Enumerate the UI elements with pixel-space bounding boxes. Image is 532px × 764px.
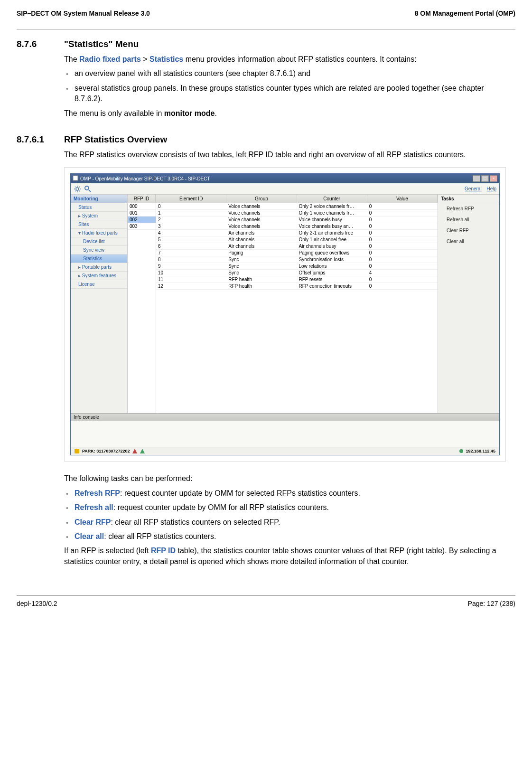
sidebar-item-radio-fixed-parts[interactable]: Radio fixed parts — [71, 229, 127, 237]
column-header[interactable]: Value — [367, 195, 438, 203]
column-header[interactable]: Group — [226, 195, 297, 203]
status-park: PARK: 31170307272202 — [82, 449, 130, 453]
table-row[interactable]: 1Voice channelsOnly 1 voice channels fr…… — [156, 210, 438, 217]
search-icon[interactable] — [84, 185, 92, 193]
screenshot-container: OMP - OpenMobility Manager SIP-DECT 3.0R… — [64, 167, 506, 462]
task-clear-all[interactable]: Clear all — [438, 236, 499, 247]
sidebar-item-system[interactable]: System — [71, 212, 127, 220]
table-row[interactable]: 4Air channelsOnly 2-1 air channels free0 — [156, 230, 438, 236]
table-row[interactable]: 6Air channelsAir channels busy0 — [156, 243, 438, 250]
table-row[interactable]: 0Voice channelsOnly 2 voice channels fr…… — [156, 203, 438, 210]
status-ip: 192.168.112.45 — [466, 449, 495, 453]
toolbar-link-help[interactable]: Help — [486, 186, 496, 191]
table-cell: Only 1 air channel free — [297, 236, 367, 243]
sidebar-item-status[interactable]: Status — [71, 203, 127, 212]
gear-icon[interactable] — [74, 185, 81, 193]
subsection-number: 8.7.6.1 — [17, 134, 64, 145]
list-item: Clear all: clear all RFP statistics coun… — [64, 531, 506, 542]
link-rfp-id: RFP ID — [151, 547, 176, 555]
window-titlebar: OMP - OpenMobility Manager SIP-DECT 3.0R… — [71, 174, 499, 183]
info-console: Info console — [71, 413, 499, 447]
sidebar-item-statistics[interactable]: Statistics — [71, 255, 127, 263]
table-row[interactable]: 2Voice channelsVoice channels busy0 — [156, 217, 438, 223]
svg-line-3 — [89, 190, 91, 192]
list-item: Clear RFP: clear all RFP statistics coun… — [64, 517, 506, 528]
maximize-button[interactable]: □ — [481, 175, 489, 182]
table-row[interactable]: 8SyncSynchronisation losts0 — [156, 256, 438, 263]
table-cell: 0 — [367, 256, 438, 263]
tasks-panel: Tasks Refresh RFPRefresh allClear RFPCle… — [438, 195, 499, 413]
table-cell: Sync — [226, 256, 297, 263]
rfp-id-header[interactable]: RFP ID — [128, 195, 156, 203]
table-cell: Air channels — [226, 230, 297, 236]
table-cell: Only 2 voice channels fr… — [297, 203, 367, 209]
table-cell: 0 — [156, 203, 226, 209]
table-cell: RFP resets — [297, 276, 367, 283]
svg-rect-0 — [73, 176, 78, 180]
connection-icon — [459, 449, 464, 453]
table-cell: Voice channels — [226, 217, 297, 223]
toolbar-link-general[interactable]: General — [465, 186, 482, 191]
footer-divider — [17, 595, 515, 596]
app-window: OMP - OpenMobility Manager SIP-DECT 3.0R… — [70, 173, 500, 455]
sidebar-header: Monitoring — [71, 195, 127, 203]
task-clear-rfp[interactable]: Clear RFP — [438, 225, 499, 236]
sidebar-item-device-list[interactable]: Device list — [71, 237, 127, 246]
table-cell: 0 — [367, 263, 438, 269]
table-cell: 2 — [156, 217, 226, 223]
table-row[interactable]: 7PagingPaging queue overflows0 — [156, 250, 438, 256]
intro-paragraph: The Radio fixed parts > Statistics menu … — [64, 54, 506, 65]
table-cell: 5 — [156, 236, 226, 243]
link-statistics: Statistics — [149, 55, 183, 63]
table-row[interactable]: 3Voice channelsVoice channels busy an…0 — [156, 223, 438, 230]
column-header[interactable]: Element ID — [156, 195, 226, 203]
info-console-header: Info console — [71, 414, 499, 421]
table-cell: Only 1 voice channels fr… — [297, 210, 367, 216]
flag-b-icon — [140, 449, 145, 453]
table-cell: 9 — [156, 263, 226, 269]
rfp-id-row[interactable]: 003 — [128, 223, 156, 230]
table-cell: 1 — [156, 210, 226, 216]
table-cell: Sync — [226, 270, 297, 276]
header-right: 8 OM Management Portal (OMP) — [415, 9, 515, 17]
svg-rect-4 — [75, 449, 79, 453]
subsection-title: RFP Statistics Overview — [64, 134, 167, 145]
table-cell: 0 — [367, 223, 438, 229]
task-refresh-rfp[interactable]: Refresh RFP — [438, 203, 499, 214]
svg-point-5 — [459, 449, 463, 453]
table-row[interactable]: 5Air channelsOnly 1 air channel free0 — [156, 236, 438, 243]
table-cell: Voice channels — [226, 210, 297, 216]
sidebar: Monitoring StatusSystemSitesRadio fixed … — [71, 195, 128, 413]
sidebar-item-portable-parts[interactable]: Portable parts — [71, 263, 127, 272]
table-row[interactable]: 11RFP healthRFP resets0 — [156, 276, 438, 283]
sidebar-item-sites[interactable]: Sites — [71, 220, 127, 229]
table-cell: Air channels — [226, 243, 297, 249]
table-cell: Voice channels — [226, 223, 297, 229]
table-cell: 0 — [367, 203, 438, 209]
sidebar-item-system-features[interactable]: System features — [71, 272, 127, 280]
rfp-id-row[interactable]: 000 — [128, 203, 156, 210]
column-header[interactable]: Counter — [297, 195, 367, 203]
table-row[interactable]: 12RFP healthRFP connection timeouts0 — [156, 283, 438, 290]
table-cell: Paging — [226, 250, 297, 256]
rfp-id-row[interactable]: 002 — [128, 217, 156, 223]
footer-left: depl-1230/0.2 — [17, 600, 57, 607]
task-refresh-all[interactable]: Refresh all — [438, 214, 499, 225]
close-button[interactable]: × — [490, 175, 497, 182]
table-cell: Air channels — [226, 236, 297, 243]
table-cell: 0 — [367, 236, 438, 243]
sidebar-item-license[interactable]: License — [71, 280, 127, 289]
table-row[interactable]: 10SyncOffset jumps4 — [156, 270, 438, 276]
sidebar-item-sync-view[interactable]: Sync view — [71, 246, 127, 255]
page-footer: depl-1230/0.2 Page: 127 (238) — [17, 600, 515, 607]
list-item: an overview panel with all statistics co… — [64, 68, 506, 79]
table-cell: RFP health — [226, 283, 297, 289]
list-item: several statistics group panels. In thes… — [64, 83, 506, 104]
rfp-id-row[interactable]: 001 — [128, 210, 156, 217]
table-cell: 0 — [367, 276, 438, 283]
note-paragraph: The menu is only available in monitor mo… — [64, 108, 506, 119]
minimize-button[interactable]: _ — [473, 175, 480, 182]
table-cell: RFP health — [226, 276, 297, 283]
overview-paragraph: The RFP statistics overview consists of … — [64, 150, 506, 160]
table-row[interactable]: 9SyncLow relations0 — [156, 263, 438, 270]
